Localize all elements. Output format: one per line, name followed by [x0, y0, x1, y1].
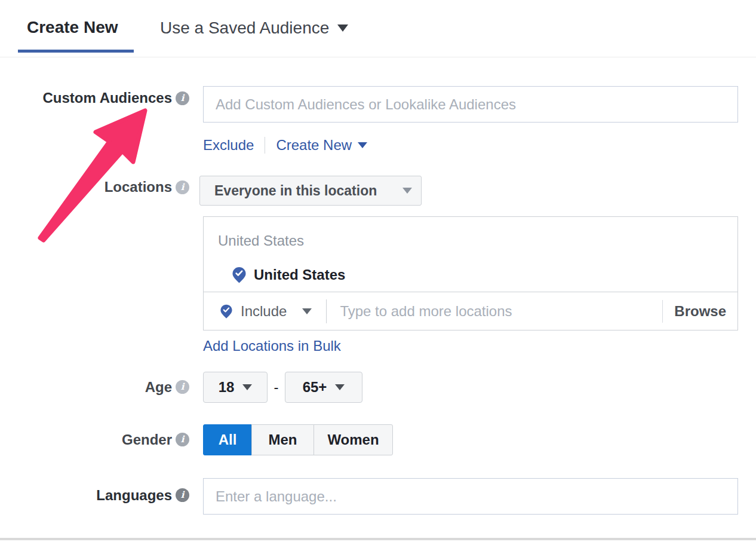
audience-creation-panel: Create New Use a Saved Audience Custom A…: [0, 0, 756, 551]
age-range-separator: -: [268, 372, 285, 403]
chevron-down-icon: [337, 25, 348, 32]
languages-label: Languages: [0, 487, 172, 504]
map-pin-icon: [232, 267, 246, 283]
locations-label: Locations: [0, 179, 172, 195]
age-max-value: 65+: [303, 379, 327, 396]
gender-segmented-control: All Men Women: [203, 424, 393, 455]
chevron-down-icon[interactable]: [302, 308, 312, 314]
chevron-down-icon: [358, 142, 367, 148]
tab-use-saved-audience-label: Use a Saved Audience: [160, 19, 329, 38]
chevron-down-icon: [242, 384, 252, 390]
header-divider: [0, 57, 756, 57]
location-include-bar: Include Browse: [204, 292, 737, 330]
chevron-down-icon: [402, 188, 412, 194]
info-icon[interactable]: i: [176, 433, 189, 446]
age-min-value: 18: [219, 379, 235, 396]
custom-audiences-actions: Exclude Create New: [203, 136, 367, 155]
location-mode-dropdown[interactable]: Everyone in this location: [199, 176, 422, 206]
chevron-down-icon: [335, 384, 345, 390]
add-locations-in-bulk-link[interactable]: Add Locations in Bulk: [203, 338, 341, 354]
custom-audiences-label: Custom Audiences: [0, 90, 172, 106]
info-icon[interactable]: i: [176, 180, 189, 194]
browse-divider: [662, 300, 663, 323]
selected-location-row[interactable]: United States: [232, 267, 345, 283]
gender-option-men[interactable]: Men: [251, 424, 314, 455]
include-mode-label[interactable]: Include: [241, 303, 287, 320]
include-divider: [326, 299, 327, 323]
info-icon[interactable]: i: [176, 380, 189, 394]
browse-button[interactable]: Browse: [674, 303, 726, 320]
add-locations-in-bulk-label: Add Locations in Bulk: [203, 338, 341, 354]
languages-input[interactable]: [203, 478, 738, 515]
age-max-dropdown[interactable]: 65+: [285, 372, 362, 403]
selected-location-name: United States: [254, 267, 345, 283]
tab-use-saved-audience[interactable]: Use a Saved Audience: [160, 19, 348, 38]
create-new-audience-link[interactable]: Create New: [276, 137, 367, 154]
custom-audiences-input[interactable]: [203, 86, 738, 123]
tab-create-new[interactable]: Create New: [27, 18, 118, 37]
locations-box: United States United States Include Brow…: [203, 216, 738, 330]
age-min-dropdown[interactable]: 18: [203, 372, 268, 403]
add-location-input[interactable]: [339, 302, 662, 320]
active-tab-indicator: [18, 50, 134, 53]
gender-label: Gender: [0, 431, 172, 448]
annotation-arrow-icon: [30, 102, 155, 251]
info-icon[interactable]: i: [176, 488, 189, 502]
gender-option-women[interactable]: Women: [314, 424, 393, 455]
location-mode-selected: Everyone in this location: [214, 183, 377, 199]
locations-summary: United States: [218, 232, 304, 249]
links-divider: [265, 137, 265, 154]
map-pin-icon: [220, 304, 232, 319]
section-bottom-divider: [0, 538, 756, 540]
create-new-audience-label: Create New: [276, 137, 352, 154]
gender-option-all[interactable]: All: [203, 424, 252, 455]
exclude-link[interactable]: Exclude: [203, 137, 254, 154]
age-label: Age: [0, 379, 172, 396]
info-icon[interactable]: i: [176, 91, 189, 105]
